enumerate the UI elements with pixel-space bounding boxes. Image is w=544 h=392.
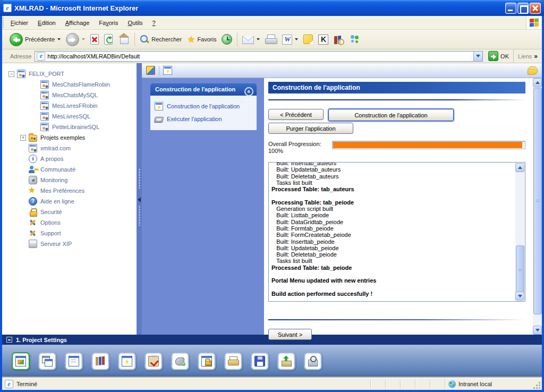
clipboard-check-icon <box>148 356 159 367</box>
tree-item[interactable]: MesChatsMySQL <box>2 90 137 100</box>
history-button[interactable] <box>219 33 235 46</box>
scroll-down-icon[interactable] <box>533 326 542 335</box>
task-pane-header[interactable]: Construction de l'application « <box>150 83 257 96</box>
build-application-button[interactable]: Construction de l'application <box>328 109 454 121</box>
log-scrollbar[interactable] <box>515 163 524 301</box>
tree-item[interactable]: MesLivresSQL <box>2 111 137 122</box>
collapse-icon[interactable] <box>6 337 12 343</box>
project-toolbar-button[interactable] <box>38 352 56 370</box>
tree-item[interactable]: − FELIX_PORT <box>2 69 137 79</box>
project-toolbar-button[interactable] <box>171 352 189 370</box>
project-toolbar-button[interactable] <box>198 352 216 370</box>
menu-item[interactable]: Edition <box>33 16 61 29</box>
page-scrollbar-thumb[interactable] <box>533 88 542 314</box>
task-pane-item[interactable]: Exécuter l'application <box>155 115 252 123</box>
refresh-button[interactable] <box>101 33 115 46</box>
scroll-up-icon[interactable] <box>533 78 542 87</box>
menubar-grip[interactable] <box>3 18 5 28</box>
scroll-up-icon[interactable] <box>515 163 524 172</box>
tree-item[interactable]: MesChatsFlameRobin <box>2 79 137 90</box>
project-toolbar-button[interactable] <box>304 352 322 370</box>
tree-item[interactable]: Aide en ligne <box>2 196 137 207</box>
tree-item[interactable]: Mes Préférences <box>2 185 137 196</box>
tree-item[interactable]: Securité <box>2 207 137 217</box>
go-button[interactable]: OK <box>486 51 511 61</box>
edit-with-word-button[interactable]: W <box>279 33 301 46</box>
tree-item[interactable]: PetiteLibrairieSQL <box>2 122 137 132</box>
address-url[interactable]: http://localhost/XMLRADBin/Default <box>47 53 471 59</box>
project-toolbar-button[interactable] <box>118 352 136 370</box>
address-input[interactable]: e http://localhost/XMLRADBin/Default <box>35 51 483 62</box>
tree-item[interactable]: Serveur XIP <box>2 238 137 249</box>
tree-expander-icon[interactable]: + <box>20 135 26 141</box>
next-button[interactable]: Suivant > <box>268 329 312 340</box>
discuss-button[interactable] <box>301 33 316 45</box>
printer-icon <box>228 356 239 367</box>
tree-item[interactable]: Support <box>2 228 137 238</box>
favorites-button[interactable]: ★ Favoris <box>184 34 219 45</box>
back-dropdown-caret[interactable] <box>57 38 61 40</box>
maximize-button[interactable] <box>517 3 529 14</box>
tree-item[interactable]: MesLivresFRobin <box>2 100 137 111</box>
tree-item[interactable]: + Projets exemples <box>2 132 137 143</box>
separator-line <box>268 99 525 100</box>
word-dropdown-caret[interactable] <box>295 38 298 40</box>
tree-item[interactable]: Communauté <box>2 164 137 175</box>
tree-item[interactable]: Monitoring <box>2 175 137 185</box>
stop-button[interactable] <box>88 33 101 46</box>
antivirus-button[interactable]: K <box>316 33 331 46</box>
research-button[interactable] <box>331 33 347 46</box>
tree-splitter[interactable] <box>137 63 142 335</box>
project-toolbar-button[interactable] <box>144 352 163 370</box>
purge-application-button[interactable]: Purger l'application <box>268 123 353 134</box>
project-toolbar-button[interactable] <box>251 352 269 370</box>
project-toolbar-button[interactable] <box>91 352 109 370</box>
menu-item[interactable]: Fichier <box>6 16 33 29</box>
print-button[interactable] <box>262 33 279 46</box>
tree-expander-icon[interactable]: − <box>8 71 14 77</box>
links-chevron-icon[interactable]: » <box>534 53 538 60</box>
project-toolbar-button[interactable] <box>224 352 242 370</box>
tree-item-label: PetiteLibrairieSQL <box>52 124 99 130</box>
build-log-textarea[interactable]: Built: Inserttab_auteurs Built: Updateta… <box>268 162 525 302</box>
search-button[interactable]: Rechercher <box>137 33 184 45</box>
menu-item[interactable]: Affichage <box>61 16 95 29</box>
log-line <box>271 192 514 199</box>
log-line: Processed Table: tab_auteurs <box>271 186 514 192</box>
close-button[interactable] <box>530 3 541 14</box>
menu-item[interactable]: Outils <box>123 16 147 29</box>
project-toolbar-button[interactable] <box>277 352 295 370</box>
menu-item[interactable]: Favoris <box>94 16 123 29</box>
chevron-up-icon[interactable]: « <box>244 87 253 96</box>
mail-dropdown-caret[interactable] <box>257 38 260 40</box>
content-title-bar: Construction de l'application <box>268 82 525 93</box>
minimize-button[interactable] <box>505 3 516 14</box>
home-button[interactable] <box>115 32 132 46</box>
previous-button[interactable]: < Précédent <box>268 109 324 120</box>
log-line: Tasks list built <box>271 180 514 186</box>
mail-button[interactable] <box>240 33 262 45</box>
links-toolbar[interactable]: Liens » <box>516 53 540 60</box>
task-pane-item[interactable]: Construction de l'application <box>155 102 252 110</box>
log-scrollbar-thumb[interactable] <box>516 245 524 295</box>
resize-grip[interactable] <box>533 381 541 390</box>
scroll-down-icon[interactable] <box>515 292 524 301</box>
log-line: Built: Inserttab_peiode <box>271 238 514 245</box>
back-button[interactable]: Précédente <box>7 32 63 47</box>
menu-item[interactable]: ? <box>148 16 160 29</box>
tree-item[interactable]: xmlrad.com <box>2 143 137 154</box>
tree-item[interactable]: A propos <box>2 154 137 164</box>
log-line: Tasks list built <box>271 258 514 264</box>
forward-button[interactable] <box>63 32 88 47</box>
component-icon[interactable] <box>146 66 155 75</box>
build-form-icon[interactable] <box>163 66 172 75</box>
messenger-button[interactable] <box>347 33 363 45</box>
collapse-left-icon[interactable] <box>138 197 141 202</box>
project-toolbar-button[interactable] <box>65 352 83 370</box>
help-bubble-icon[interactable] <box>528 66 538 75</box>
address-dropdown-button[interactable] <box>473 52 482 61</box>
project-toolbar-button[interactable] <box>12 352 30 370</box>
windows-stack-icon <box>42 356 53 367</box>
tree-item[interactable]: Options <box>2 217 137 228</box>
page-scrollbar[interactable] <box>533 78 542 335</box>
